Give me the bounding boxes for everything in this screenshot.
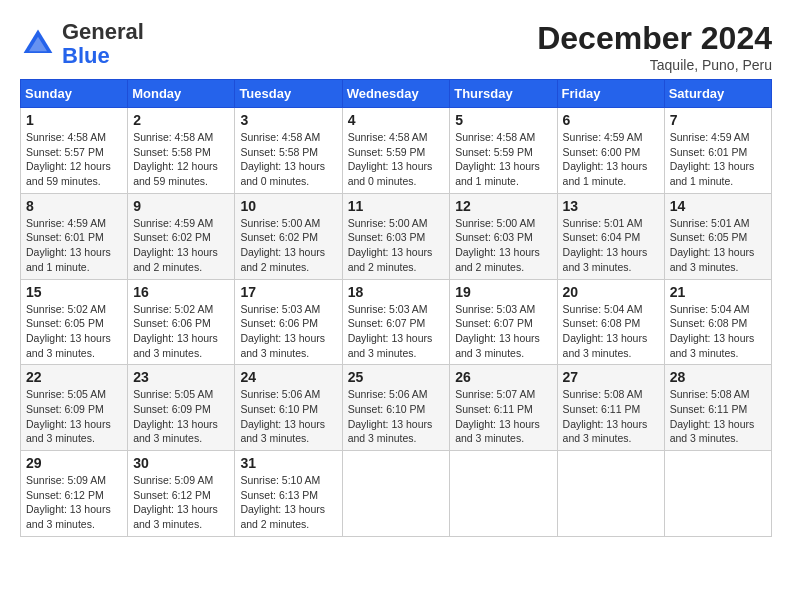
calendar-cell-3-2: 24 Sunrise: 5:06 AM Sunset: 6:10 PM Dayl… bbox=[235, 365, 342, 451]
day-number: 6 bbox=[563, 112, 659, 128]
calendar-cell-2-5: 20 Sunrise: 5:04 AM Sunset: 6:08 PM Dayl… bbox=[557, 279, 664, 365]
day-number: 1 bbox=[26, 112, 122, 128]
day-info: Sunrise: 5:01 AM Sunset: 6:04 PM Dayligh… bbox=[563, 216, 659, 275]
day-number: 27 bbox=[563, 369, 659, 385]
calendar-cell-4-0: 29 Sunrise: 5:09 AM Sunset: 6:12 PM Dayl… bbox=[21, 451, 128, 537]
day-info: Sunrise: 4:59 AM Sunset: 6:01 PM Dayligh… bbox=[26, 216, 122, 275]
calendar-cell-3-4: 26 Sunrise: 5:07 AM Sunset: 6:11 PM Dayl… bbox=[450, 365, 557, 451]
day-number: 13 bbox=[563, 198, 659, 214]
day-info: Sunrise: 4:59 AM Sunset: 6:00 PM Dayligh… bbox=[563, 130, 659, 189]
day-number: 25 bbox=[348, 369, 445, 385]
calendar-cell-3-5: 27 Sunrise: 5:08 AM Sunset: 6:11 PM Dayl… bbox=[557, 365, 664, 451]
day-number: 14 bbox=[670, 198, 766, 214]
week-row-3: 22 Sunrise: 5:05 AM Sunset: 6:09 PM Dayl… bbox=[21, 365, 772, 451]
day-info: Sunrise: 4:58 AM Sunset: 5:59 PM Dayligh… bbox=[455, 130, 551, 189]
day-info: Sunrise: 5:03 AM Sunset: 6:06 PM Dayligh… bbox=[240, 302, 336, 361]
day-number: 21 bbox=[670, 284, 766, 300]
day-info: Sunrise: 5:09 AM Sunset: 6:12 PM Dayligh… bbox=[133, 473, 229, 532]
day-info: Sunrise: 4:58 AM Sunset: 5:57 PM Dayligh… bbox=[26, 130, 122, 189]
day-info: Sunrise: 5:02 AM Sunset: 6:06 PM Dayligh… bbox=[133, 302, 229, 361]
logo: General Blue bbox=[20, 20, 144, 68]
calendar-cell-0-6: 7 Sunrise: 4:59 AM Sunset: 6:01 PM Dayli… bbox=[664, 108, 771, 194]
col-sunday: Sunday bbox=[21, 80, 128, 108]
day-number: 18 bbox=[348, 284, 445, 300]
col-wednesday: Wednesday bbox=[342, 80, 450, 108]
day-number: 24 bbox=[240, 369, 336, 385]
day-info: Sunrise: 5:01 AM Sunset: 6:05 PM Dayligh… bbox=[670, 216, 766, 275]
calendar-cell-3-6: 28 Sunrise: 5:08 AM Sunset: 6:11 PM Dayl… bbox=[664, 365, 771, 451]
calendar-cell-4-3 bbox=[342, 451, 450, 537]
day-number: 4 bbox=[348, 112, 445, 128]
day-info: Sunrise: 4:58 AM Sunset: 5:58 PM Dayligh… bbox=[240, 130, 336, 189]
calendar-cell-1-0: 8 Sunrise: 4:59 AM Sunset: 6:01 PM Dayli… bbox=[21, 193, 128, 279]
calendar-table: Sunday Monday Tuesday Wednesday Thursday… bbox=[20, 79, 772, 537]
location: Taquile, Puno, Peru bbox=[537, 57, 772, 73]
day-info: Sunrise: 5:00 AM Sunset: 6:03 PM Dayligh… bbox=[348, 216, 445, 275]
calendar-cell-1-1: 9 Sunrise: 4:59 AM Sunset: 6:02 PM Dayli… bbox=[128, 193, 235, 279]
day-number: 23 bbox=[133, 369, 229, 385]
day-info: Sunrise: 4:58 AM Sunset: 5:59 PM Dayligh… bbox=[348, 130, 445, 189]
day-number: 22 bbox=[26, 369, 122, 385]
day-number: 16 bbox=[133, 284, 229, 300]
day-number: 5 bbox=[455, 112, 551, 128]
day-number: 30 bbox=[133, 455, 229, 471]
day-number: 29 bbox=[26, 455, 122, 471]
logo-icon bbox=[20, 26, 56, 62]
day-number: 8 bbox=[26, 198, 122, 214]
logo-text: General Blue bbox=[62, 20, 144, 68]
day-info: Sunrise: 5:05 AM Sunset: 6:09 PM Dayligh… bbox=[26, 387, 122, 446]
calendar-cell-2-6: 21 Sunrise: 5:04 AM Sunset: 6:08 PM Dayl… bbox=[664, 279, 771, 365]
calendar-cell-1-3: 11 Sunrise: 5:00 AM Sunset: 6:03 PM Dayl… bbox=[342, 193, 450, 279]
calendar-cell-3-3: 25 Sunrise: 5:06 AM Sunset: 6:10 PM Dayl… bbox=[342, 365, 450, 451]
day-info: Sunrise: 5:03 AM Sunset: 6:07 PM Dayligh… bbox=[348, 302, 445, 361]
page-header: General Blue December 2024 Taquile, Puno… bbox=[20, 20, 772, 73]
day-info: Sunrise: 5:04 AM Sunset: 6:08 PM Dayligh… bbox=[670, 302, 766, 361]
calendar-cell-3-0: 22 Sunrise: 5:05 AM Sunset: 6:09 PM Dayl… bbox=[21, 365, 128, 451]
title-area: December 2024 Taquile, Puno, Peru bbox=[537, 20, 772, 73]
calendar-header-row: Sunday Monday Tuesday Wednesday Thursday… bbox=[21, 80, 772, 108]
week-row-4: 29 Sunrise: 5:09 AM Sunset: 6:12 PM Dayl… bbox=[21, 451, 772, 537]
day-number: 31 bbox=[240, 455, 336, 471]
calendar-cell-0-4: 5 Sunrise: 4:58 AM Sunset: 5:59 PM Dayli… bbox=[450, 108, 557, 194]
calendar-cell-1-2: 10 Sunrise: 5:00 AM Sunset: 6:02 PM Dayl… bbox=[235, 193, 342, 279]
calendar-cell-0-0: 1 Sunrise: 4:58 AM Sunset: 5:57 PM Dayli… bbox=[21, 108, 128, 194]
day-info: Sunrise: 5:09 AM Sunset: 6:12 PM Dayligh… bbox=[26, 473, 122, 532]
calendar-cell-2-2: 17 Sunrise: 5:03 AM Sunset: 6:06 PM Dayl… bbox=[235, 279, 342, 365]
calendar-cell-1-4: 12 Sunrise: 5:00 AM Sunset: 6:03 PM Dayl… bbox=[450, 193, 557, 279]
day-info: Sunrise: 5:03 AM Sunset: 6:07 PM Dayligh… bbox=[455, 302, 551, 361]
calendar-cell-4-5 bbox=[557, 451, 664, 537]
calendar-cell-0-2: 3 Sunrise: 4:58 AM Sunset: 5:58 PM Dayli… bbox=[235, 108, 342, 194]
day-number: 17 bbox=[240, 284, 336, 300]
calendar-cell-4-4 bbox=[450, 451, 557, 537]
calendar-cell-2-4: 19 Sunrise: 5:03 AM Sunset: 6:07 PM Dayl… bbox=[450, 279, 557, 365]
col-friday: Friday bbox=[557, 80, 664, 108]
week-row-2: 15 Sunrise: 5:02 AM Sunset: 6:05 PM Dayl… bbox=[21, 279, 772, 365]
calendar-cell-4-6 bbox=[664, 451, 771, 537]
col-monday: Monday bbox=[128, 80, 235, 108]
calendar-cell-2-3: 18 Sunrise: 5:03 AM Sunset: 6:07 PM Dayl… bbox=[342, 279, 450, 365]
day-number: 26 bbox=[455, 369, 551, 385]
day-number: 3 bbox=[240, 112, 336, 128]
calendar-cell-0-3: 4 Sunrise: 4:58 AM Sunset: 5:59 PM Dayli… bbox=[342, 108, 450, 194]
calendar-cell-1-6: 14 Sunrise: 5:01 AM Sunset: 6:05 PM Dayl… bbox=[664, 193, 771, 279]
calendar-cell-4-1: 30 Sunrise: 5:09 AM Sunset: 6:12 PM Dayl… bbox=[128, 451, 235, 537]
day-info: Sunrise: 4:58 AM Sunset: 5:58 PM Dayligh… bbox=[133, 130, 229, 189]
day-info: Sunrise: 5:04 AM Sunset: 6:08 PM Dayligh… bbox=[563, 302, 659, 361]
day-info: Sunrise: 5:07 AM Sunset: 6:11 PM Dayligh… bbox=[455, 387, 551, 446]
day-number: 12 bbox=[455, 198, 551, 214]
day-number: 28 bbox=[670, 369, 766, 385]
month-title: December 2024 bbox=[537, 20, 772, 57]
calendar-cell-2-0: 15 Sunrise: 5:02 AM Sunset: 6:05 PM Dayl… bbox=[21, 279, 128, 365]
day-number: 11 bbox=[348, 198, 445, 214]
day-info: Sunrise: 5:06 AM Sunset: 6:10 PM Dayligh… bbox=[348, 387, 445, 446]
day-info: Sunrise: 5:02 AM Sunset: 6:05 PM Dayligh… bbox=[26, 302, 122, 361]
calendar-cell-0-5: 6 Sunrise: 4:59 AM Sunset: 6:00 PM Dayli… bbox=[557, 108, 664, 194]
day-number: 7 bbox=[670, 112, 766, 128]
week-row-0: 1 Sunrise: 4:58 AM Sunset: 5:57 PM Dayli… bbox=[21, 108, 772, 194]
day-info: Sunrise: 5:00 AM Sunset: 6:02 PM Dayligh… bbox=[240, 216, 336, 275]
day-info: Sunrise: 5:00 AM Sunset: 6:03 PM Dayligh… bbox=[455, 216, 551, 275]
day-number: 9 bbox=[133, 198, 229, 214]
day-number: 15 bbox=[26, 284, 122, 300]
day-number: 20 bbox=[563, 284, 659, 300]
col-tuesday: Tuesday bbox=[235, 80, 342, 108]
